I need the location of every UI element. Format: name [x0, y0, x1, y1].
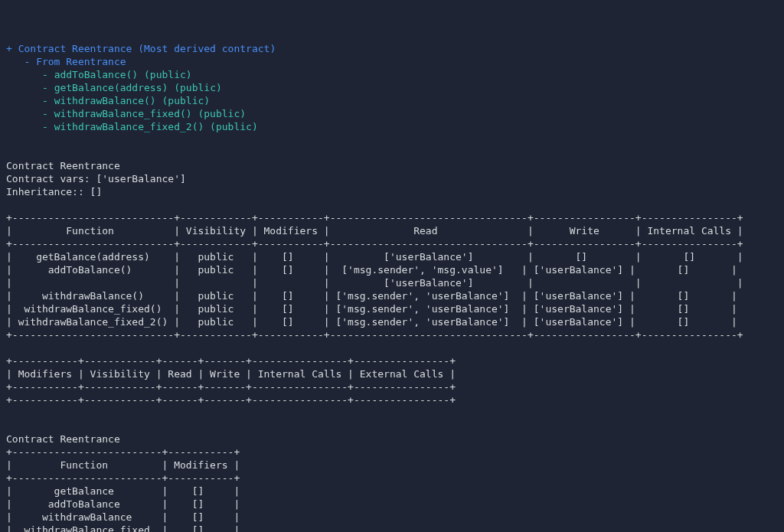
- tree-root-suffix: (Most derived contract): [132, 43, 276, 54]
- summary-inh: Inheritance:: []: [6, 186, 102, 197]
- tree-root-name: Contract Reentrance: [18, 43, 132, 54]
- table1-row: | withdrawBalance_fixed() | public | [] …: [6, 303, 737, 315]
- tree-fn-dash-1: -: [6, 82, 54, 93]
- tree-fn-vis-4: (public): [204, 121, 257, 132]
- table1-row: | | | | ['userBalance'] | | |: [6, 277, 743, 289]
- tree-from-label: From Reentrance: [36, 56, 126, 67]
- table2-header: | Modifiers | Visibility | Read | Write …: [6, 368, 456, 380]
- table2-border: +-----------+------------+------+-------…: [6, 355, 456, 367]
- table1-row: | addToBalance() | public | [] | ['msg.s…: [6, 264, 737, 276]
- tree-fn-name-0: addToBalance(): [54, 69, 139, 80]
- table3-row: | getBalance | [] |: [6, 485, 240, 497]
- tree-fn-vis-1: (public): [168, 82, 221, 93]
- table1-row: | withdrawBalance() | public | [] | ['ms…: [6, 290, 737, 302]
- tree-fn-name-1: getBalance(address): [54, 82, 168, 93]
- tree-root-plus: +: [6, 43, 18, 54]
- tree-fn-vis-3: (public): [192, 108, 246, 119]
- tree-fn-vis-2: (public): [156, 95, 210, 106]
- table2-border: +-----------+------------+------+-------…: [6, 381, 456, 393]
- tree-from-dash: -: [6, 56, 36, 67]
- table1-row: | withdrawBalance_fixed_2() | public | […: [6, 316, 737, 328]
- table3-border: +-------------------------+-----------+: [6, 446, 240, 458]
- table3-border: +-------------------------+-----------+: [6, 472, 240, 484]
- table1-border: +---------------------------+-----------…: [6, 238, 743, 250]
- tree-fn-name-4: withdrawBalance_fixed_2(): [54, 121, 204, 132]
- tree-fn-dash-4: -: [6, 121, 54, 132]
- table1-border: +---------------------------+-----------…: [6, 329, 743, 341]
- table3-header: | Function | Modifiers |: [6, 459, 240, 471]
- tree-fn-dash-0: -: [6, 69, 54, 80]
- tree-fn-vis-0: (public): [138, 69, 191, 80]
- tree-fn-name-3: withdrawBalance_fixed(): [54, 108, 192, 119]
- table1-row: | getBalance(address) | public | [] | ['…: [6, 251, 743, 263]
- tree-fn-name-2: withdrawBalance(): [54, 95, 156, 106]
- summary-vars: Contract vars: ['userBalance']: [6, 173, 186, 184]
- summary-title: Contract Reentrance: [6, 160, 120, 171]
- table3-row: | withdrawBalance | [] |: [6, 511, 240, 523]
- table1-header: | Function | Visibility | Modifiers | Re…: [6, 225, 743, 237]
- summary2-title: Contract Reentrance: [6, 433, 120, 445]
- tree-fn-dash-2: -: [6, 95, 54, 106]
- table3-row: | withdrawBalance_fixed | [] |: [6, 524, 240, 532]
- table2-border: +-----------+------------+------+-------…: [6, 394, 456, 406]
- table3-row: | addToBalance | [] |: [6, 498, 240, 510]
- table1-border: +---------------------------+-----------…: [6, 212, 743, 224]
- tree-fn-dash-3: -: [6, 108, 54, 119]
